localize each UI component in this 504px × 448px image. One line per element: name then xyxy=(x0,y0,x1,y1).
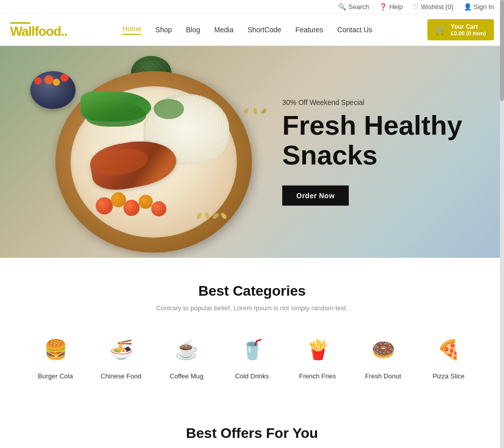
pizza-slice-icon: 🍕 xyxy=(431,332,466,367)
nav-shortcode[interactable]: ShortCode xyxy=(247,26,281,34)
logo-main: Wallfood xyxy=(10,24,61,39)
plate xyxy=(71,86,237,238)
category-french-fries[interactable]: 🍟 French Fries xyxy=(295,332,340,380)
wooden-board xyxy=(55,71,252,253)
scattered-seeds xyxy=(243,106,267,118)
nav-shop[interactable]: Shop xyxy=(155,26,172,34)
cold-drinks-icon: 🥤 xyxy=(234,332,270,367)
main-nav: Home Shop Blog Media ShortCode Features … xyxy=(122,25,372,35)
coffee-mug-label: Coffee Mug xyxy=(170,372,204,380)
category-coffee-mug[interactable]: ☕ Coffee Mug xyxy=(164,332,209,380)
fresh-donut-icon: 🍩 xyxy=(365,332,401,367)
hero-content: 30% Off Weekend Special Fresh Healthy Sn… xyxy=(282,98,464,206)
offers-section: Best Offers For You Contrary to popular … xyxy=(0,405,504,448)
seeds xyxy=(196,211,227,222)
hero-cta-button[interactable]: Order Now xyxy=(282,185,349,205)
wishlist-item[interactable]: ♡ Wishlist (0) xyxy=(413,3,453,11)
pizza-slice-label: Pizza Slice xyxy=(432,372,465,380)
chinese-food-icon: 🍜 xyxy=(103,332,139,367)
french-fries-label: French Fries xyxy=(299,372,336,380)
heart-icon: ♡ xyxy=(413,3,419,11)
hero-subtitle: 30% Off Weekend Special xyxy=(282,98,464,106)
cart-amount: £0.00 (0 item) xyxy=(451,30,486,36)
nav-media[interactable]: Media xyxy=(214,26,233,34)
logo-dots: .. xyxy=(61,24,67,39)
logo-text: Wallfood.. xyxy=(10,25,67,38)
signin-item[interactable]: 👤 Sign In xyxy=(464,3,494,11)
top-bar: 🔍 Search ❓ Help ♡ Wishlist (0) 👤 Sign In xyxy=(0,0,504,14)
chinese-food-label: Chinese Food xyxy=(101,372,142,380)
scrollbar-thumb[interactable] xyxy=(500,0,504,101)
bowl-blue xyxy=(30,71,76,109)
category-chinese-food[interactable]: 🍜 Chinese Food xyxy=(98,332,144,380)
hero-background: 30% Off Weekend Special Fresh Healthy Sn… xyxy=(0,46,504,258)
nav-features[interactable]: Features xyxy=(295,26,323,34)
category-cold-drinks[interactable]: 🥤 Cold Drinks xyxy=(229,332,275,380)
category-pizza-slice[interactable]: 🍕 Pizza Slice xyxy=(426,332,471,380)
fresh-donut-label: Fresh Donut xyxy=(365,372,401,380)
french-fries-icon: 🍟 xyxy=(300,332,335,367)
hero-plate xyxy=(30,56,282,258)
burger-cola-label: Burger Cola xyxy=(38,372,73,380)
veggies xyxy=(81,91,151,147)
help-icon: ❓ xyxy=(379,3,387,11)
cart-button[interactable]: 🛒 Your Cart £0.00 (0 item) xyxy=(427,19,494,40)
nav-contact[interactable]: Contact Us xyxy=(337,26,372,34)
cart-info: Your Cart £0.00 (0 item) xyxy=(451,23,486,36)
offers-title: Best Offers For You xyxy=(10,425,494,441)
logo[interactable]: Wallfood.. xyxy=(10,22,67,38)
nav-blog[interactable]: Blog xyxy=(186,26,200,34)
categories-section: Best Categories Contrary to popular beli… xyxy=(0,258,504,405)
cart-label: Your Cart xyxy=(451,23,486,30)
category-burger-cola[interactable]: 🍔 Burger Cola xyxy=(33,332,78,380)
help-label: Help xyxy=(389,3,403,11)
wishlist-label: Wishlist (0) xyxy=(421,3,453,11)
signin-label: Sign In xyxy=(474,3,494,11)
scrollbar[interactable] xyxy=(500,0,504,448)
category-fresh-donut[interactable]: 🍩 Fresh Donut xyxy=(360,332,406,380)
coffee-mug-icon: ☕ xyxy=(169,332,204,367)
categories-subtitle: Contrary to popular belief, Lorem Ipsum … xyxy=(10,304,494,312)
categories-title: Best Categories xyxy=(10,283,494,299)
search-icon: 🔍 xyxy=(338,3,346,11)
cold-drinks-label: Cold Drinks xyxy=(235,372,269,380)
hero-title: Fresh Healthy Snacks xyxy=(282,110,464,171)
search-item[interactable]: 🔍 Search xyxy=(338,3,369,11)
help-item[interactable]: ❓ Help xyxy=(379,3,403,11)
tomatoes xyxy=(96,192,171,228)
hero-section: 30% Off Weekend Special Fresh Healthy Sn… xyxy=(0,46,504,258)
burger-cola-icon: 🍔 xyxy=(38,332,73,367)
cart-icon: 🛒 xyxy=(435,24,447,35)
header: Wallfood.. Home Shop Blog Media ShortCod… xyxy=(0,14,504,46)
user-icon: 👤 xyxy=(464,3,472,11)
categories-grid: 🍔 Burger Cola 🍜 Chinese Food ☕ Coffee Mu… xyxy=(10,332,494,380)
nav-home[interactable]: Home xyxy=(122,25,141,35)
search-label: Search xyxy=(348,3,369,11)
